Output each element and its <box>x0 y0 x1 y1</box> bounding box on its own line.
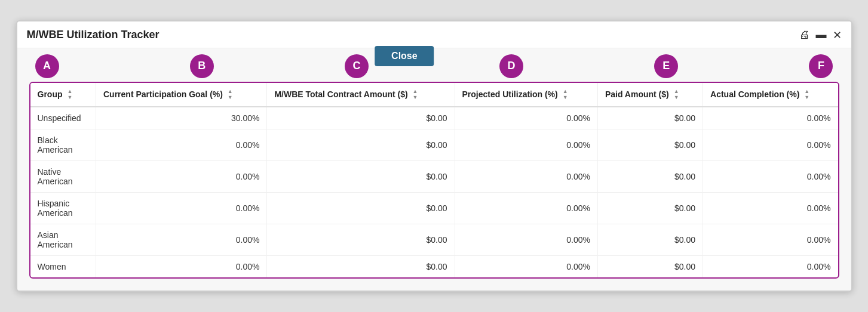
cell-actual: 0.00% <box>703 224 838 256</box>
cell-group: Unspecified <box>30 107 96 129</box>
badge-F: F <box>809 54 833 78</box>
badge-E: E <box>654 54 678 78</box>
cell-contract: $0.00 <box>267 107 455 129</box>
badge-C-close: C Close <box>345 54 369 78</box>
table-row: Women 0.00% $0.00 0.00% $0.00 0.00% <box>30 256 838 278</box>
sort-arrows-group[interactable]: ▲▼ <box>67 89 72 101</box>
cell-contract: $0.00 <box>267 129 455 161</box>
col-header-paid[interactable]: Paid Amount ($) ▲▼ <box>597 83 703 107</box>
minimize-icon[interactable]: ▬ <box>816 29 827 41</box>
window-controls: 🖨 ▬ ✕ <box>799 29 842 42</box>
cell-paid: $0.00 <box>597 129 703 161</box>
cell-group: Women <box>30 256 96 278</box>
sort-arrows-paid[interactable]: ▲▼ <box>674 89 679 101</box>
utilization-table: Group ▲▼ Current Participation Goal (%) … <box>30 83 838 278</box>
cell-projected: 0.00% <box>455 193 597 224</box>
cell-actual: 0.00% <box>703 129 838 161</box>
badge-C-circle: C <box>345 54 369 78</box>
cell-contract: $0.00 <box>267 193 455 224</box>
badge-F-circle: F <box>809 54 833 78</box>
cell-contract: $0.00 <box>267 256 455 278</box>
badge-A: A <box>35 54 59 78</box>
cell-actual: 0.00% <box>703 256 838 278</box>
cell-contract: $0.00 <box>267 224 455 256</box>
sort-arrows-projected[interactable]: ▲▼ <box>563 89 568 101</box>
col-header-projected[interactable]: Projected Utilization (%) ▲▼ <box>455 83 597 107</box>
table-row: Unspecified 30.00% $0.00 0.00% $0.00 0.0… <box>30 107 838 129</box>
cell-goal: 0.00% <box>96 161 267 193</box>
window-title: M/WBE Utilization Tracker <box>27 29 160 41</box>
cell-projected: 0.00% <box>455 107 597 129</box>
modal-window: M/WBE Utilization Tracker 🖨 ▬ ✕ A B C Cl… <box>16 20 852 292</box>
cell-group: Black American <box>30 129 96 161</box>
content-area: A B C Close D E F <box>17 48 851 291</box>
badge-B-circle: B <box>190 54 214 78</box>
cell-goal: 0.00% <box>96 129 267 161</box>
sort-arrows-actual[interactable]: ▲▼ <box>804 89 809 101</box>
cell-paid: $0.00 <box>597 256 703 278</box>
cell-paid: $0.00 <box>597 107 703 129</box>
table-body: Unspecified 30.00% $0.00 0.00% $0.00 0.0… <box>30 107 838 277</box>
title-bar: M/WBE Utilization Tracker 🖨 ▬ ✕ <box>17 21 851 48</box>
cell-paid: $0.00 <box>597 193 703 224</box>
table-row: Native American 0.00% $0.00 0.00% $0.00 … <box>30 161 838 193</box>
cell-paid: $0.00 <box>597 224 703 256</box>
print-icon[interactable]: 🖨 <box>799 29 810 41</box>
sort-arrows-goal[interactable]: ▲▼ <box>228 89 233 101</box>
close-button-wrapper: Close <box>375 46 434 66</box>
close-button[interactable]: Close <box>375 46 434 66</box>
cell-goal: 0.00% <box>96 224 267 256</box>
cell-goal: 30.00% <box>96 107 267 129</box>
cell-group: Hispanic American <box>30 193 96 224</box>
table-header-row: Group ▲▼ Current Participation Goal (%) … <box>30 83 838 107</box>
sort-arrows-contract[interactable]: ▲▼ <box>413 89 418 101</box>
cell-group: Asian American <box>30 224 96 256</box>
column-labels-row: A B C Close D E F <box>29 54 839 78</box>
cell-actual: 0.00% <box>703 193 838 224</box>
cell-paid: $0.00 <box>597 161 703 193</box>
cell-group: Native American <box>30 161 96 193</box>
table-row: Black American 0.00% $0.00 0.00% $0.00 0… <box>30 129 838 161</box>
cell-contract: $0.00 <box>267 161 455 193</box>
cell-projected: 0.00% <box>455 161 597 193</box>
cell-goal: 0.00% <box>96 193 267 224</box>
col-header-group[interactable]: Group ▲▼ <box>30 83 96 107</box>
close-window-icon[interactable]: ✕ <box>833 29 842 42</box>
badge-B: B <box>190 54 214 78</box>
col-header-contract[interactable]: M/WBE Total Contract Amount ($) ▲▼ <box>267 83 455 107</box>
badge-D: D <box>499 54 523 78</box>
cell-projected: 0.00% <box>455 129 597 161</box>
table-row: Asian American 0.00% $0.00 0.00% $0.00 0… <box>30 224 838 256</box>
cell-actual: 0.00% <box>703 161 838 193</box>
cell-actual: 0.00% <box>703 107 838 129</box>
badge-E-circle: E <box>654 54 678 78</box>
col-header-goal[interactable]: Current Participation Goal (%) ▲▼ <box>96 83 267 107</box>
cell-projected: 0.00% <box>455 256 597 278</box>
cell-projected: 0.00% <box>455 224 597 256</box>
cell-goal: 0.00% <box>96 256 267 278</box>
table-row: Hispanic American 0.00% $0.00 0.00% $0.0… <box>30 193 838 224</box>
badge-A-circle: A <box>35 54 59 78</box>
col-header-actual[interactable]: Actual Completion (%) ▲▼ <box>703 83 838 107</box>
data-table-wrapper: Group ▲▼ Current Participation Goal (%) … <box>29 82 839 279</box>
badge-D-circle: D <box>499 54 523 78</box>
